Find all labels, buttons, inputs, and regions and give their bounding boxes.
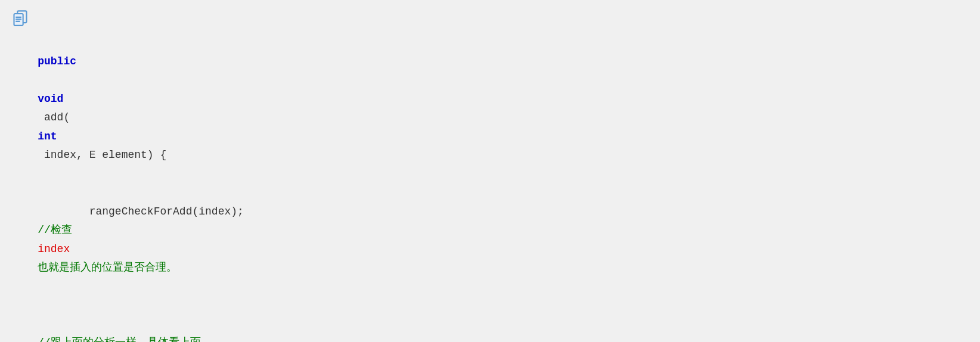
keyword-public: public <box>38 55 76 67</box>
keyword-void: void <box>38 93 63 105</box>
code-line-1: public void add( int index, E element) { <box>12 33 968 184</box>
keyword-int: int <box>38 130 57 142</box>
code-line-3: //跟上面的分析一样，具体看上面 <box>12 315 968 343</box>
copy-icon-top[interactable] <box>12 10 31 29</box>
code-line-empty-1 <box>12 296 968 315</box>
code-line-2: rangeCheckForAdd(index); //检查 index 也就是插… <box>12 184 968 296</box>
code-block: public void add( int index, E element) {… <box>0 0 980 342</box>
